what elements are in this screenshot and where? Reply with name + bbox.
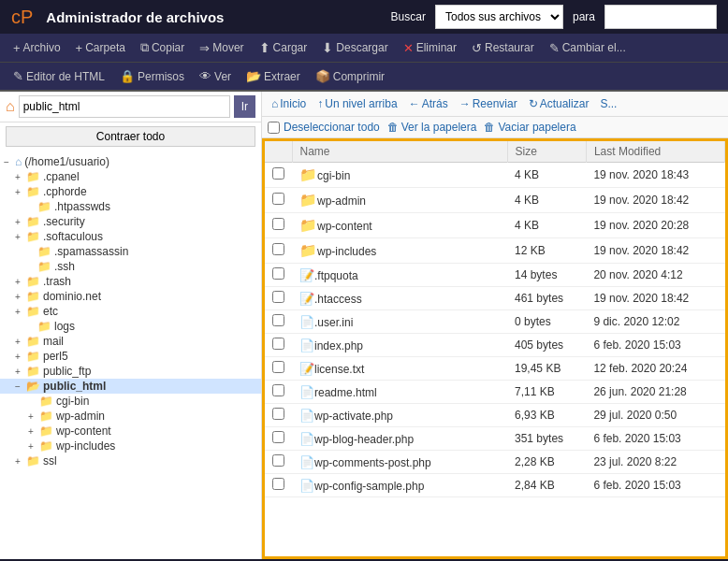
tree-toggle-cpanel[interactable]: + — [15, 172, 26, 182]
row-checkbox[interactable] — [272, 267, 284, 280]
tree-item-etc[interactable]: + 📁 etc — [0, 304, 261, 319]
nivel-arriba-button[interactable]: ↑ Un nivel arriba — [313, 95, 400, 112]
editor-html-button[interactable]: ✎ Editor de HTML — [7, 66, 110, 86]
vaciar-papelera-button[interactable]: 🗑 Vaciar papelera — [484, 121, 575, 134]
tree-toggle-ssl[interactable]: + — [15, 456, 26, 467]
row-checkbox-cell[interactable] — [265, 381, 292, 404]
table-row[interactable]: 📄wp-blog-header.php 351 bytes 6 feb. 202… — [265, 427, 725, 451]
carpeta-button[interactable]: + Carpeta — [70, 38, 131, 58]
deselect-all-checkbox[interactable] — [268, 122, 280, 134]
tree-toggle-trash[interactable]: + — [15, 277, 26, 287]
copiar-button[interactable]: ⧉ Copiar — [135, 37, 190, 58]
cambiar-button[interactable]: ✎ Cambiar el... — [544, 38, 632, 58]
table-row[interactable]: 📝.htaccess 461 bytes 19 nov. 2020 18:42 — [265, 287, 725, 310]
search-scope-select[interactable]: Todos sus archivos Solo public_html — [435, 5, 563, 29]
search-input[interactable] — [604, 5, 717, 29]
table-row[interactable]: 📄wp-activate.php 6,93 KB 29 jul. 2020 0:… — [265, 404, 725, 427]
tree-item-logs[interactable]: 📁 logs — [0, 319, 261, 334]
tree-item-ssl[interactable]: + 📁 ssl — [0, 453, 261, 468]
cargar-button[interactable]: ⬆ Cargar — [254, 37, 313, 58]
tree-item-htpasswds[interactable]: 📁 .htpasswds — [0, 199, 261, 214]
comprimir-button[interactable]: 📦 Comprimir — [310, 66, 390, 86]
table-row[interactable]: 📝.ftpquota 14 bytes 20 nov. 2020 4:12 — [265, 264, 725, 287]
table-row[interactable]: 📄.user.ini 0 bytes 9 dic. 2020 12:02 — [265, 310, 725, 334]
mover-button[interactable]: ⇒ Mover — [194, 38, 249, 58]
row-name-cell[interactable]: 📁wp-admin — [292, 188, 507, 213]
row-checkbox[interactable] — [272, 338, 284, 350]
ver-papelera-button[interactable]: 🗑 Ver la papelera — [387, 121, 477, 134]
row-checkbox-cell[interactable] — [265, 404, 292, 427]
archivo-button[interactable]: + Archivo — [7, 38, 66, 58]
tree-item-cgi-bin-sub[interactable]: 📁 cgi-bin — [0, 394, 261, 409]
tree-toggle-perl5[interactable]: + — [15, 352, 26, 362]
row-name-cell[interactable]: 📄readme.html — [292, 381, 507, 404]
extraer-button[interactable]: 📂 Extraer — [240, 66, 306, 86]
permisos-button[interactable]: 🔒 Permisos — [114, 66, 190, 86]
row-checkbox[interactable] — [272, 218, 284, 230]
atras-button[interactable]: ← Atrás — [405, 95, 452, 112]
s-button[interactable]: S... — [596, 95, 620, 112]
tree-toggle-softaculous[interactable]: + — [15, 232, 26, 242]
restaurar-button[interactable]: ↺ Restaurar — [466, 38, 540, 58]
path-go-button[interactable]: Ir — [234, 95, 255, 118]
row-checkbox-cell[interactable] — [265, 188, 292, 213]
row-checkbox[interactable] — [272, 431, 284, 443]
tree-item-dominionet[interactable]: + 📁 dominio.net — [0, 289, 261, 304]
row-name-cell[interactable]: 📝.htaccess — [292, 287, 507, 310]
tree-toggle-public-html[interactable]: − — [15, 381, 26, 392]
tree-item-softaculous[interactable]: + 📁 .softaculous — [0, 229, 261, 244]
row-checkbox[interactable] — [272, 408, 284, 420]
table-row[interactable]: 📁wp-admin 4 KB 19 nov. 2020 18:42 — [265, 188, 725, 213]
table-row[interactable]: 📁wp-includes 12 KB 19 nov. 2020 18:42 — [265, 238, 725, 264]
tree-item-wp-includes-sub[interactable]: + 📁 wp-includes — [0, 439, 261, 453]
eliminar-button[interactable]: ✕ Eliminar — [398, 38, 462, 58]
row-name-cell[interactable]: 📄wp-blog-header.php — [292, 427, 507, 451]
tree-toggle-home[interactable]: − — [4, 157, 15, 167]
row-checkbox-cell[interactable] — [265, 163, 292, 188]
row-checkbox-cell[interactable] — [265, 287, 292, 310]
row-checkbox[interactable] — [272, 291, 284, 303]
row-checkbox-cell[interactable] — [265, 334, 292, 357]
tree-toggle-wp-includes-sub[interactable]: + — [28, 441, 39, 452]
row-checkbox-cell[interactable] — [265, 238, 292, 264]
row-checkbox-cell[interactable] — [265, 427, 292, 451]
row-name-cell[interactable]: 📄wp-activate.php — [292, 404, 507, 427]
row-checkbox[interactable] — [272, 167, 284, 180]
row-checkbox-cell[interactable] — [265, 474, 292, 497]
row-checkbox[interactable] — [272, 361, 284, 373]
tree-toggle-etc[interactable]: + — [15, 307, 26, 317]
tree-item-perl5[interactable]: + 📁 perl5 — [0, 349, 261, 364]
row-checkbox[interactable] — [272, 243, 284, 255]
tree-item-public-html[interactable]: − 📂 public_html — [0, 379, 261, 394]
row-name-cell[interactable]: 📄.user.ini — [292, 310, 507, 334]
deselect-all-label[interactable]: Deseleccionar todo — [268, 121, 380, 134]
tree-item-public-ftp[interactable]: + 📁 public_ftp — [0, 364, 261, 379]
ver-button[interactable]: 👁 Ver — [194, 66, 237, 86]
tree-item-security[interactable]: + 📁 .security — [0, 214, 261, 229]
row-checkbox[interactable] — [272, 384, 284, 396]
tree-item-spamassassin[interactable]: 📁 .spamassassin — [0, 244, 261, 259]
row-name-cell[interactable]: 📄wp-config-sample.php — [292, 474, 507, 497]
tree-toggle-mail[interactable]: + — [15, 337, 26, 347]
tree-toggle-wp-admin-sub[interactable]: + — [28, 411, 39, 422]
tree-toggle-public-ftp[interactable]: + — [15, 367, 26, 377]
row-checkbox-cell[interactable] — [265, 357, 292, 381]
row-name-cell[interactable]: 📝.ftpquota — [292, 264, 507, 287]
tree-item-ssh[interactable]: 📁 .ssh — [0, 259, 261, 274]
tree-item-home[interactable]: − ⌂ (/home1/usuario) — [0, 154, 261, 169]
tree-item-trash[interactable]: + 📁 .trash — [0, 274, 261, 289]
row-checkbox[interactable] — [272, 454, 284, 467]
reenviar-button[interactable]: → Reenviar — [456, 95, 521, 112]
row-checkbox-cell[interactable] — [265, 451, 292, 474]
tree-toggle-dominionet[interactable]: + — [15, 292, 26, 302]
row-checkbox-cell[interactable] — [265, 310, 292, 334]
table-row[interactable]: 📝license.txt 19,45 KB 12 feb. 2020 20:24 — [265, 357, 725, 381]
row-name-cell[interactable]: 📁wp-includes — [292, 238, 507, 264]
row-name-cell[interactable]: 📁cgi-bin — [292, 163, 507, 188]
row-checkbox[interactable] — [272, 478, 284, 490]
row-checkbox-cell[interactable] — [265, 264, 292, 287]
tree-item-mail[interactable]: + 📁 mail — [0, 334, 261, 349]
path-input[interactable] — [19, 95, 230, 118]
tree-item-cpanel[interactable]: + 📁 .cpanel — [0, 169, 261, 184]
table-row[interactable]: 📄index.php 405 bytes 6 feb. 2020 15:03 — [265, 334, 725, 357]
